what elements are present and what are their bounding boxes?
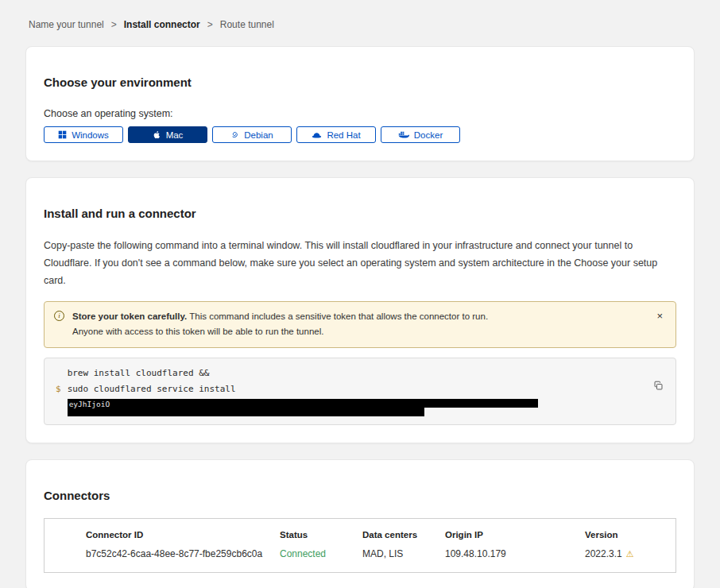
- apple-icon: [153, 130, 161, 140]
- breadcrumb-step-install-connector[interactable]: Install connector: [124, 19, 200, 30]
- choose-environment-card: Choose your environment Choose an operat…: [25, 46, 695, 161]
- col-header-origin-ip: Origin IP: [445, 530, 585, 540]
- connectors-card: Connectors Connector ID Status Data cent…: [25, 459, 695, 588]
- command-line-1: brew install cloudflared &&: [68, 366, 641, 381]
- os-button-label: Red Hat: [327, 130, 360, 140]
- breadcrumb-separator: >: [111, 19, 117, 30]
- connectors-title: Connectors: [44, 489, 676, 502]
- os-select-label: Choose an operating system:: [44, 108, 676, 119]
- col-header-connector-id: Connector ID: [86, 530, 280, 540]
- col-header-version: Version: [585, 530, 663, 540]
- data-centers-value: MAD, LIS: [362, 548, 445, 559]
- copy-icon[interactable]: [652, 379, 665, 395]
- os-button-redhat[interactable]: Red Hat: [296, 126, 376, 143]
- os-button-label: Docker: [414, 130, 443, 140]
- token-warning-title: Store your token carefully.: [72, 311, 187, 321]
- os-button-label: Windows: [72, 130, 109, 140]
- breadcrumb-step-route-tunnel[interactable]: Route tunnel: [220, 19, 274, 30]
- os-button-mac[interactable]: Mac: [128, 126, 207, 143]
- table-row: b7c52c42-6caa-48ee-8c77-fbe259cb6c0a Con…: [86, 548, 663, 559]
- redaction-bar: eyJhIjoiO: [68, 399, 538, 408]
- token-warning-text: Store your token carefully. This command…: [72, 309, 517, 339]
- choose-environment-title: Choose your environment: [44, 75, 676, 89]
- terminal-prompt: $: [56, 381, 61, 416]
- install-description: Copy-paste the following command into a …: [44, 238, 676, 290]
- origin-ip-value: 109.48.10.179: [445, 548, 585, 559]
- breadcrumb: Name your tunnel > Install connector > R…: [0, 0, 720, 46]
- version-value: 2022.3.1⚠: [585, 548, 663, 559]
- close-icon[interactable]: ×: [653, 309, 666, 323]
- table-header-row: Connector ID Status Data centers Origin …: [86, 530, 663, 540]
- install-command: brew install cloudflared && sudo cloudfl…: [68, 366, 641, 416]
- os-button-windows[interactable]: Windows: [44, 126, 123, 143]
- docker-icon: [398, 130, 409, 139]
- os-button-label: Mac: [166, 130, 184, 140]
- os-button-docker[interactable]: Docker: [381, 126, 460, 143]
- info-icon: i: [54, 311, 64, 321]
- col-header-data-centers: Data centers: [362, 530, 445, 540]
- breadcrumb-step-name-your-tunnel[interactable]: Name your tunnel: [29, 19, 104, 30]
- redaction-bar: [68, 408, 424, 416]
- status-badge: Connected: [280, 548, 362, 559]
- debian-icon: [230, 130, 239, 139]
- connectors-table: Connector ID Status Data centers Origin …: [44, 518, 676, 573]
- os-button-group: Windows Mac Debian Red Hat Docker: [44, 126, 676, 143]
- warning-triangle-icon: ⚠: [626, 549, 634, 559]
- redacted-token: eyJhIjoiO: [68, 399, 641, 416]
- token-prefix: eyJhIjoiO: [68, 400, 110, 408]
- windows-icon: [58, 130, 67, 139]
- os-button-label: Debian: [244, 130, 273, 140]
- redhat-icon: [312, 131, 322, 139]
- install-command-code-block: $ brew install cloudflared && sudo cloud…: [44, 358, 676, 425]
- version-number: 2022.3.1: [585, 548, 622, 559]
- col-header-status: Status: [280, 530, 362, 540]
- breadcrumb-separator: >: [207, 19, 213, 30]
- command-line-2: sudo cloudflared service install: [68, 381, 641, 397]
- os-button-debian[interactable]: Debian: [212, 126, 292, 143]
- connector-id-value: b7c52c42-6caa-48ee-8c77-fbe259cb6c0a: [86, 548, 280, 559]
- install-connector-title: Install and run a connector: [44, 207, 676, 220]
- token-warning-banner: i Store your token carefully. This comma…: [44, 301, 676, 348]
- install-connector-card: Install and run a connector Copy-paste t…: [25, 177, 695, 443]
